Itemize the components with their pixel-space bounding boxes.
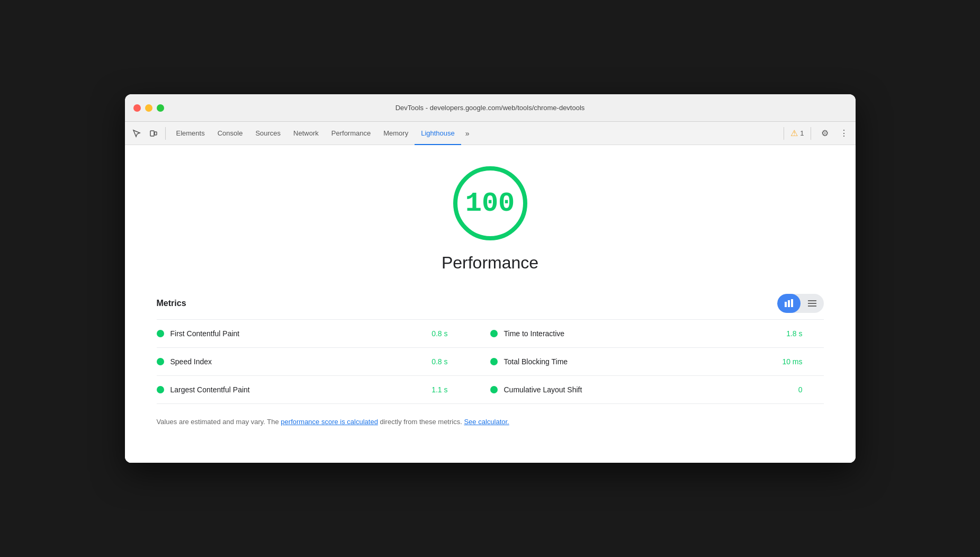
metric-dot <box>490 386 498 393</box>
toolbar-right: ⚠ 1 ⚙ ⋮ <box>781 126 851 141</box>
svg-rect-3 <box>788 300 790 307</box>
svg-rect-7 <box>808 306 816 307</box>
tab-elements[interactable]: Elements <box>170 122 211 145</box>
more-options-icon[interactable]: ⋮ <box>837 126 851 141</box>
metric-largest-contentful-paint: Largest Contentful Paint 1.1 s <box>157 376 490 403</box>
close-button[interactable] <box>133 104 141 112</box>
score-title: Performance <box>442 253 538 273</box>
settings-icon[interactable]: ⚙ <box>817 126 832 141</box>
metric-name: Largest Contentful Paint <box>170 385 426 394</box>
browser-window: DevTools - developers.google.com/web/too… <box>125 94 856 463</box>
footer-text-before: Values are estimated and may vary. The <box>157 418 281 426</box>
metric-dot <box>157 386 164 393</box>
tab-list: Elements Console Sources Network Perform… <box>170 122 780 145</box>
metric-first-contentful-paint: First Contentful Paint 0.8 s <box>157 320 490 347</box>
metric-value: 0.8 s <box>431 357 447 366</box>
metric-dot <box>490 358 498 365</box>
window-title: DevTools - developers.google.com/web/too… <box>395 104 585 112</box>
maximize-button[interactable] <box>157 104 164 112</box>
toolbar-divider-1 <box>165 127 166 140</box>
metric-total-blocking-time: Total Blocking Time 10 ms <box>490 348 824 375</box>
warning-badge[interactable]: ⚠ 1 <box>790 128 804 138</box>
metric-dot <box>490 330 498 337</box>
warning-count: 1 <box>800 129 804 137</box>
metrics-section: Metrics <box>157 294 824 427</box>
metric-row-2: Speed Index 0.8 s Total Blocking Time 10… <box>157 348 824 376</box>
svg-rect-5 <box>808 300 816 301</box>
metric-name: Cumulative Layout Shift <box>504 385 792 394</box>
inspector-tool-icon[interactable] <box>129 126 144 141</box>
device-toolbar-icon[interactable] <box>146 126 161 141</box>
metric-value: 10 ms <box>782 357 802 366</box>
metric-row-1: First Contentful Paint 0.8 s Time to Int… <box>157 320 824 348</box>
traffic-lights <box>133 104 164 112</box>
metric-name: Time to Interactive <box>504 329 780 338</box>
footer-note: Values are estimated and may vary. The p… <box>157 417 824 427</box>
tab-memory[interactable]: Memory <box>377 122 415 145</box>
tab-network[interactable]: Network <box>287 122 325 145</box>
metrics-header: Metrics <box>157 294 824 313</box>
metrics-content: First Contentful Paint 0.8 s Time to Int… <box>157 319 824 404</box>
toolbar-divider-2 <box>784 127 784 140</box>
view-toggle <box>777 294 824 313</box>
warning-icon: ⚠ <box>790 128 798 138</box>
toggle-bar-chart[interactable] <box>777 294 801 313</box>
metric-name: Speed Index <box>170 357 426 366</box>
metric-time-to-interactive: Time to Interactive 1.8 s <box>490 320 824 347</box>
metric-value: 0 <box>798 385 803 394</box>
metric-row-3: Largest Contentful Paint 1.1 s Cumulativ… <box>157 376 824 404</box>
metric-name: Total Blocking Time <box>504 357 776 366</box>
metric-value: 0.8 s <box>431 329 447 338</box>
lighthouse-content: 100 Performance Metrics <box>125 145 856 463</box>
calculator-link[interactable]: See calculator. <box>464 418 509 426</box>
metric-dot <box>157 358 164 365</box>
title-bar: DevTools - developers.google.com/web/too… <box>125 94 856 122</box>
performance-score-link[interactable]: performance score is calculated <box>281 418 378 426</box>
score-value: 100 <box>465 188 515 219</box>
devtools-panel: Elements Console Sources Network Perform… <box>125 122 856 463</box>
score-section: 100 Performance <box>157 166 824 273</box>
minimize-button[interactable] <box>145 104 152 112</box>
tab-overflow[interactable]: » <box>461 122 474 145</box>
svg-rect-6 <box>808 303 816 304</box>
score-circle: 100 <box>453 166 527 240</box>
tab-lighthouse[interactable]: Lighthouse <box>415 122 461 145</box>
svg-rect-0 <box>150 131 154 136</box>
toggle-list-view[interactable] <box>801 294 824 313</box>
metric-value: 1.1 s <box>431 385 447 394</box>
metrics-title: Metrics <box>157 299 186 308</box>
svg-rect-4 <box>791 299 793 307</box>
metric-dot <box>157 330 164 337</box>
metric-speed-index: Speed Index 0.8 s <box>157 348 490 375</box>
tab-performance[interactable]: Performance <box>325 122 377 145</box>
metric-value: 1.8 s <box>786 329 802 338</box>
footer-text-middle: directly from these metrics. <box>378 418 464 426</box>
toolbar-divider-3 <box>811 127 811 140</box>
metric-cumulative-layout-shift: Cumulative Layout Shift 0 <box>490 376 824 403</box>
tab-console[interactable]: Console <box>211 122 249 145</box>
tab-sources[interactable]: Sources <box>249 122 287 145</box>
svg-rect-1 <box>155 132 157 135</box>
metric-name: First Contentful Paint <box>170 329 426 338</box>
toolbar: Elements Console Sources Network Perform… <box>125 122 856 145</box>
svg-rect-2 <box>785 302 787 307</box>
